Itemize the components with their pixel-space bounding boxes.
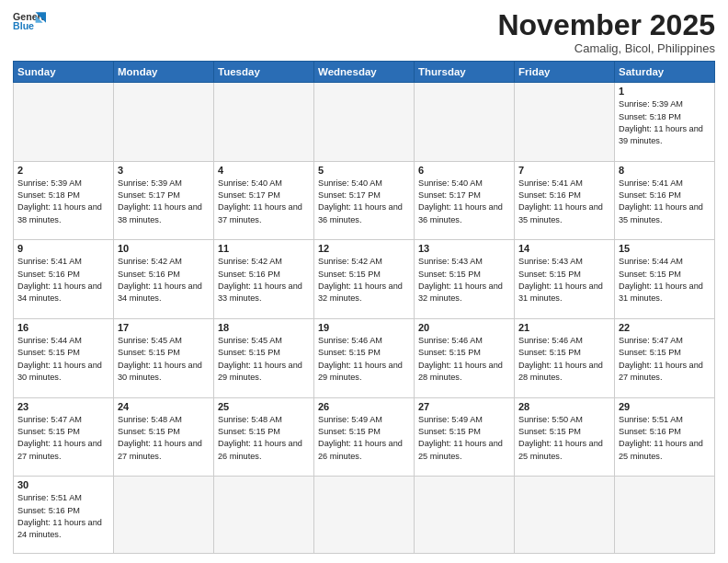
day-6: 6 Sunrise: 5:40 AMSunset: 5:17 PMDayligh… [415, 161, 515, 240]
day-1: 1 Sunrise: 5:39 AM Sunset: 5:18 PM Dayli… [615, 83, 715, 162]
day-17: 17 Sunrise: 5:45 AMSunset: 5:15 PMDaylig… [114, 318, 214, 397]
day-12: 12 Sunrise: 5:42 AMSunset: 5:15 PMDaylig… [314, 240, 415, 319]
day-empty-11 [515, 477, 615, 554]
location: Camalig, Bicol, Philippines [497, 41, 715, 55]
header-saturday: Saturday [615, 62, 715, 83]
day-empty-6 [515, 83, 615, 162]
day-14: 14 Sunrise: 5:43 AMSunset: 5:15 PMDaylig… [515, 240, 615, 319]
day-4: 4 Sunrise: 5:40 AMSunset: 5:17 PMDayligh… [214, 161, 314, 240]
day-19: 19 Sunrise: 5:46 AMSunset: 5:15 PMDaylig… [314, 318, 415, 397]
week-row-2: 2 Sunrise: 5:39 AMSunset: 5:18 PMDayligh… [14, 161, 715, 240]
day-26: 26 Sunrise: 5:49 AMSunset: 5:15 PMDaylig… [314, 397, 415, 477]
day-8: 8 Sunrise: 5:41 AMSunset: 5:16 PMDayligh… [615, 161, 715, 240]
day-29: 29 Sunrise: 5:51 AMSunset: 5:16 PMDaylig… [615, 397, 715, 477]
header-monday: Monday [114, 62, 214, 83]
day-empty-8 [214, 477, 314, 554]
day-2: 2 Sunrise: 5:39 AMSunset: 5:18 PMDayligh… [14, 161, 114, 240]
week-row-3: 9 Sunrise: 5:41 AMSunset: 5:16 PMDayligh… [14, 240, 715, 319]
day-16: 16 Sunrise: 5:44 AMSunset: 5:15 PMDaylig… [14, 318, 114, 397]
header: General Blue November 2025 Camalig, Bico… [13, 9, 715, 55]
svg-text:Blue: Blue [13, 20, 34, 31]
day-27: 27 Sunrise: 5:49 AMSunset: 5:15 PMDaylig… [415, 397, 515, 477]
day-empty-2 [114, 83, 214, 162]
day-empty-5 [415, 83, 515, 162]
header-friday: Friday [515, 62, 615, 83]
page: General Blue November 2025 Camalig, Bico… [0, 0, 728, 563]
day-10: 10 Sunrise: 5:42 AMSunset: 5:16 PMDaylig… [114, 240, 214, 319]
header-sunday: Sunday [14, 62, 114, 83]
logo: General Blue [13, 9, 46, 35]
day-21: 21 Sunrise: 5:46 AMSunset: 5:15 PMDaylig… [515, 318, 615, 397]
day-9: 9 Sunrise: 5:41 AMSunset: 5:16 PMDayligh… [14, 240, 114, 319]
day-15: 15 Sunrise: 5:44 AMSunset: 5:15 PMDaylig… [615, 240, 715, 319]
week-row-6: 30 Sunrise: 5:51 AMSunset: 5:16 PMDaylig… [14, 477, 715, 554]
day-25: 25 Sunrise: 5:48 AMSunset: 5:15 PMDaylig… [214, 397, 314, 477]
week-row-4: 16 Sunrise: 5:44 AMSunset: 5:15 PMDaylig… [14, 318, 715, 397]
day-3: 3 Sunrise: 5:39 AMSunset: 5:17 PMDayligh… [114, 161, 214, 240]
header-tuesday: Tuesday [214, 62, 314, 83]
day-22: 22 Sunrise: 5:47 AMSunset: 5:15 PMDaylig… [615, 318, 715, 397]
title-block: November 2025 Camalig, Bicol, Philippine… [497, 9, 715, 55]
day-empty-10 [415, 477, 515, 554]
weekday-header-row: Sunday Monday Tuesday Wednesday Thursday… [14, 62, 715, 83]
day-empty-12 [615, 477, 715, 554]
day-18: 18 Sunrise: 5:45 AMSunset: 5:15 PMDaylig… [214, 318, 314, 397]
day-5: 5 Sunrise: 5:40 AMSunset: 5:17 PMDayligh… [314, 161, 415, 240]
day-30: 30 Sunrise: 5:51 AMSunset: 5:16 PMDaylig… [14, 477, 114, 554]
week-row-5: 23 Sunrise: 5:47 AMSunset: 5:15 PMDaylig… [14, 397, 715, 477]
day-24: 24 Sunrise: 5:48 AMSunset: 5:15 PMDaylig… [114, 397, 214, 477]
calendar: Sunday Monday Tuesday Wednesday Thursday… [13, 61, 715, 554]
day-13: 13 Sunrise: 5:43 AMSunset: 5:15 PMDaylig… [415, 240, 515, 319]
day-empty-7 [114, 477, 214, 554]
day-empty-4 [314, 83, 415, 162]
day-empty-1 [14, 83, 114, 162]
week-row-1: 1 Sunrise: 5:39 AM Sunset: 5:18 PM Dayli… [14, 83, 715, 162]
day-28: 28 Sunrise: 5:50 AMSunset: 5:15 PMDaylig… [515, 397, 615, 477]
day-23: 23 Sunrise: 5:47 AMSunset: 5:15 PMDaylig… [14, 397, 114, 477]
logo-icon: General Blue [13, 9, 46, 35]
header-thursday: Thursday [415, 62, 515, 83]
header-wednesday: Wednesday [314, 62, 415, 83]
day-20: 20 Sunrise: 5:46 AMSunset: 5:15 PMDaylig… [415, 318, 515, 397]
day-11: 11 Sunrise: 5:42 AMSunset: 5:16 PMDaylig… [214, 240, 314, 319]
day-empty-9 [314, 477, 415, 554]
day-7: 7 Sunrise: 5:41 AMSunset: 5:16 PMDayligh… [515, 161, 615, 240]
month-title: November 2025 [497, 9, 715, 41]
day-empty-3 [214, 83, 314, 162]
